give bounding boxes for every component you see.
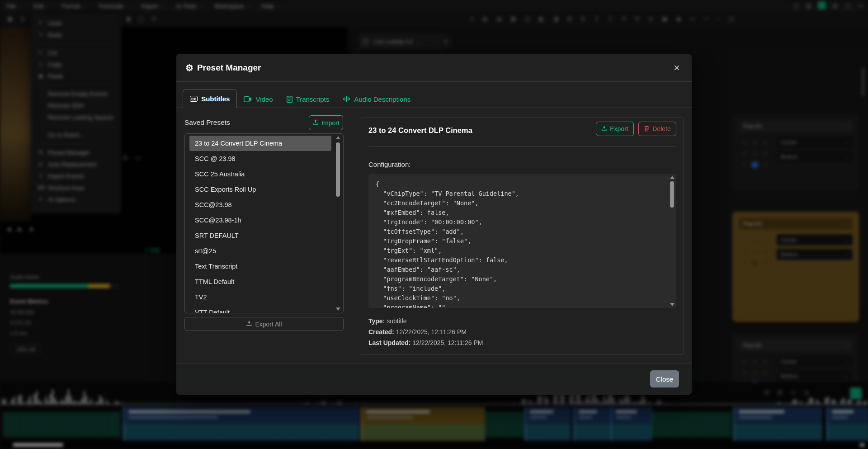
scroll-thumb[interactable]: [670, 181, 674, 208]
export-all-label: Export All: [255, 321, 282, 328]
export-all-button[interactable]: Export All: [184, 317, 344, 331]
scroll-up-arrow[interactable]: [336, 136, 340, 139]
preset-list-items: 23 to 24 Convert DLP CinemaSCC @ 23.98SC…: [185, 136, 331, 313]
close-icon[interactable]: ×: [669, 60, 684, 76]
scroll-thumb[interactable]: [336, 142, 340, 197]
download-icon: [246, 320, 252, 328]
preset-manager-modal: ⚙ Preset Manager × cc Subtitles Video Tr…: [176, 54, 692, 395]
tab-transcripts[interactable]: Transcripts: [280, 90, 336, 108]
trash-icon: [644, 125, 650, 133]
tab-video[interactable]: Video: [237, 90, 279, 108]
delete-button-label: Delete: [652, 125, 670, 132]
tab-label: Subtitles: [201, 95, 230, 103]
preset-item[interactable]: SRT DEFAULT: [189, 228, 331, 243]
scroll-down-arrow[interactable]: [670, 303, 675, 306]
preset-type: Type: subtitle: [368, 317, 407, 325]
audio-waveform-icon: [343, 96, 350, 102]
cc-icon: cc: [190, 96, 198, 102]
scroll-up-arrow[interactable]: [670, 176, 675, 179]
saved-presets-label: Saved Presets: [184, 118, 230, 127]
transcript-doc-icon: [287, 96, 292, 103]
preset-list-scrollbar[interactable]: [335, 136, 341, 311]
download-icon: [601, 125, 607, 132]
scroll-down-arrow[interactable]: [336, 307, 340, 311]
type-label: Type:: [368, 317, 385, 325]
export-button-label: Export: [610, 125, 628, 132]
preset-item[interactable]: SCC Exports Roll Up: [189, 182, 331, 197]
created-value: 12/22/2025, 12:11:26 PM: [396, 328, 467, 336]
preset-item[interactable]: Text Transcript: [189, 259, 331, 274]
preset-detail-panel: 23 to 24 Convert DLP Cinema Export Delet…: [361, 118, 684, 355]
preset-item[interactable]: VTT Default: [189, 305, 331, 313]
import-button[interactable]: Import: [309, 115, 343, 130]
tab-label: Transcripts: [296, 95, 330, 103]
preset-item[interactable]: SCC 25 Australia: [189, 166, 331, 182]
tab-label: Audio Descriptions: [354, 95, 410, 103]
preset-item[interactable]: TTML Default: [189, 274, 331, 289]
tab-audio-descriptions[interactable]: Audio Descriptions: [336, 90, 417, 108]
preset-created: Created: 12/22/2025, 12:11:26 PM: [368, 328, 467, 336]
export-button[interactable]: Export: [596, 122, 634, 136]
modal-title: ⚙ Preset Manager: [185, 62, 261, 73]
preset-item[interactable]: TV2: [189, 289, 331, 305]
modal-footer: Close: [176, 364, 692, 395]
updated-value: 12/22/2025, 12:11:26 PM: [412, 339, 483, 346]
tab-bar: cc Subtitles Video Transcripts Audio De: [176, 90, 692, 108]
video-camera-icon: [244, 96, 252, 102]
config-code: { "vChipType": "TV Parental Guideline", …: [368, 174, 676, 308]
screen: File⌄Edit⌄Format⌄Timecode⌄Import⌄AI Tool…: [0, 0, 868, 449]
delete-button[interactable]: Delete: [638, 122, 676, 136]
preset-item[interactable]: SCC @ 23.98: [189, 151, 331, 166]
configuration-code-box[interactable]: { "vChipType": "TV Parental Guideline", …: [368, 174, 676, 308]
preset-item[interactable]: SCC@23.98-1h: [189, 213, 331, 228]
preset-updated: Last Updated: 12/22/2025, 12:11:26 PM: [368, 339, 483, 346]
import-button-label: Import: [321, 119, 340, 127]
preset-item[interactable]: srt@25: [189, 243, 331, 259]
type-value: subtitle: [387, 317, 406, 325]
modal-header: ⚙ Preset Manager: [176, 54, 692, 82]
preset-item[interactable]: SCC@23.98: [189, 197, 331, 213]
gear-icon: ⚙: [185, 62, 193, 73]
close-button[interactable]: Close: [650, 370, 679, 388]
preset-list: 23 to 24 Convert DLP CinemaSCC @ 23.98SC…: [184, 133, 344, 313]
divider: [368, 146, 676, 147]
tab-label: Video: [255, 95, 273, 103]
modal-title-text: Preset Manager: [197, 63, 261, 73]
updated-label: Last Updated:: [368, 339, 410, 346]
preset-item[interactable]: 23 to 24 Convert DLP Cinema: [189, 136, 331, 151]
code-scrollbar[interactable]: [669, 176, 675, 306]
preset-detail-title: 23 to 24 Convert DLP Cinema: [368, 126, 472, 135]
tab-subtitles[interactable]: cc Subtitles: [183, 89, 237, 108]
created-label: Created:: [368, 328, 394, 336]
upload-icon: [312, 119, 319, 127]
configuration-label: Configuration:: [368, 161, 410, 168]
